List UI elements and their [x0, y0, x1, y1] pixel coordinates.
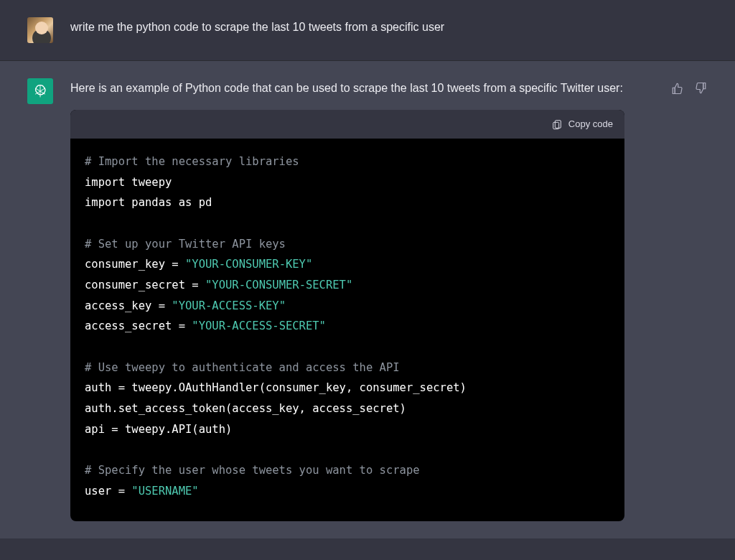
code-token: auth.set_access_token(access_key, access…	[85, 402, 406, 415]
code-block: Copy code # Import the necessary librari…	[70, 110, 624, 521]
code-token: access_key =	[85, 299, 172, 312]
code-token: as	[179, 196, 192, 209]
feedback-buttons	[670, 78, 708, 521]
copy-code-button[interactable]: Copy code	[551, 116, 613, 133]
user-avatar	[27, 17, 53, 43]
code-token: pandas	[125, 196, 179, 209]
code-token: # Use tweepy to authenticate and access …	[85, 361, 400, 374]
assistant-message-body: Here is an example of Python code that c…	[70, 78, 653, 521]
assistant-message-row: Here is an example of Python code that c…	[0, 61, 735, 538]
code-token: "YOUR-ACCESS-SECRET"	[192, 319, 326, 332]
assistant-avatar	[27, 78, 53, 104]
user-message-row: write me the python code to scrape the l…	[0, 0, 735, 61]
code-token: auth = tweepy.OAuthHandler(consumer_key,…	[85, 381, 467, 394]
assistant-intro-text: Here is an example of Python code that c…	[70, 78, 624, 98]
code-token: "YOUR-CONSUMER-KEY"	[185, 258, 312, 271]
code-block-header: Copy code	[70, 110, 624, 139]
code-token: import	[85, 176, 125, 189]
code-token: pd	[192, 196, 212, 209]
code-block-body[interactable]: # Import the necessary libraries import …	[70, 139, 624, 521]
thumbs-down-button[interactable]	[693, 81, 708, 95]
thumbs-up-icon	[671, 82, 684, 95]
svg-rect-0	[555, 121, 561, 129]
clipboard-icon	[551, 118, 563, 130]
code-token: # Import the necessary libraries	[85, 155, 299, 168]
code-token: consumer_key =	[85, 258, 185, 271]
code-token: "YOUR-ACCESS-KEY"	[172, 299, 286, 312]
code-token: api = tweepy.API(auth)	[85, 423, 232, 436]
code-token: "YOUR-CONSUMER-SECRET"	[205, 279, 352, 291]
code-token: # Set up your Twitter API keys	[85, 238, 286, 251]
code-token: import	[85, 196, 125, 209]
code-token: user =	[85, 485, 131, 498]
user-message-text: write me the python code to scrape the l…	[70, 17, 708, 43]
code-token: access_secret =	[85, 319, 192, 332]
copy-code-label: Copy code	[568, 116, 613, 133]
code-token: # Specify the user whose tweets you want…	[85, 464, 420, 477]
openai-logo-icon	[32, 83, 49, 100]
code-token: "USERNAME"	[131, 485, 198, 498]
thumbs-up-button[interactable]	[670, 81, 685, 95]
code-token: tweepy	[125, 176, 172, 189]
code-token: consumer_secret =	[85, 279, 205, 291]
thumbs-down-icon	[694, 82, 707, 95]
